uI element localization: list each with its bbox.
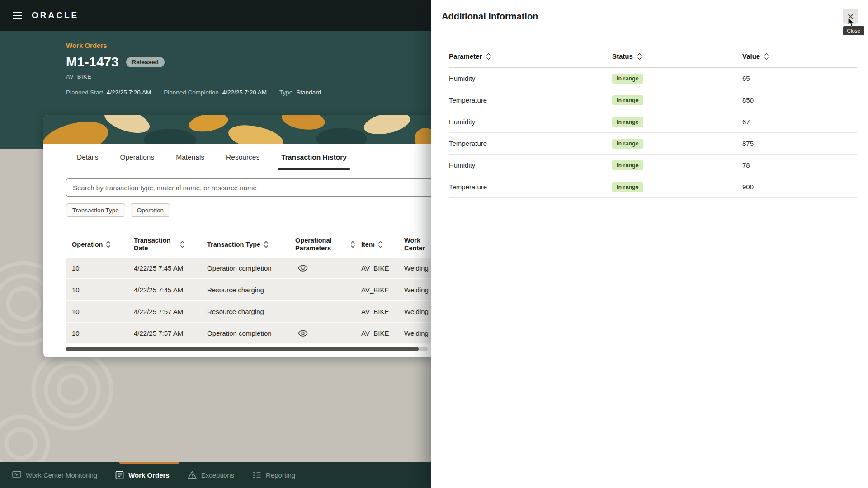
cell-transaction-type: Operation completion [201, 323, 289, 343]
nav-work-center-monitoring[interactable]: Work Center Monitoring [12, 471, 97, 479]
drawer-header: Additional information [431, 0, 868, 33]
type-label: Type [279, 89, 292, 96]
sort-icon[interactable] [180, 240, 185, 249]
cell-operation: 10 [66, 258, 128, 278]
cell-transaction-date: 4/22/25 7:45 AM [128, 279, 201, 300]
view-parameters-button[interactable] [298, 330, 308, 337]
sort-icon[interactable] [637, 52, 642, 61]
in-range-status-badge: In range [612, 139, 643, 149]
in-range-status-badge: In range [612, 95, 643, 105]
nav-reporting[interactable]: Reporting [252, 471, 295, 479]
nav-label: Exceptions [201, 471, 234, 479]
sort-icon[interactable] [350, 240, 355, 249]
sort-icon[interactable] [106, 240, 111, 249]
parameter-row[interactable]: Humidity In range 65 [449, 68, 857, 89]
column-header-item: Item [361, 241, 375, 249]
hamburger-icon [12, 12, 22, 19]
drawer-table-header: Parameter Status Value [449, 45, 857, 68]
cell-operation: 10 [66, 323, 128, 343]
parameter-row[interactable]: Temperature In range 875 [449, 133, 857, 155]
planned-start-value: 4/22/25 7:20 AM [107, 89, 151, 96]
cell-operation: 10 [66, 301, 128, 322]
filter-chip-operation[interactable]: Operation [131, 203, 170, 217]
nav-work-orders[interactable]: Work Orders [115, 471, 170, 479]
cell-parameter: Temperature [449, 140, 612, 147]
type-value: Standard [296, 89, 321, 96]
drawer-title: Additional information [442, 11, 538, 22]
work-orders-icon [115, 471, 124, 479]
page-title: M1-1473 [66, 55, 119, 70]
column-header-parameter: Parameter [449, 52, 482, 60]
column-header-transaction-type: Transaction Type [207, 241, 260, 249]
cell-operation: 10 [66, 279, 128, 300]
cell-transaction-date: 4/22/25 7:45 AM [128, 258, 201, 278]
parameter-row[interactable]: Humidity In range 78 [449, 155, 857, 176]
sort-icon[interactable] [264, 240, 269, 249]
eye-icon [298, 265, 308, 272]
column-header-value: Value [742, 52, 760, 60]
cell-value: 67 [742, 118, 857, 126]
in-range-status-badge: In range [612, 160, 643, 170]
cell-parameter: Temperature [449, 96, 612, 104]
filter-chip-transaction-type[interactable]: Transaction Type [66, 203, 125, 217]
nav-label: Work Orders [128, 471, 170, 479]
tab-materials[interactable]: Materials [175, 144, 205, 170]
cell-transaction-type: Resource charging [201, 279, 289, 300]
parameter-row[interactable]: Humidity In range 67 [449, 111, 857, 133]
close-tooltip: Close [843, 26, 864, 35]
cell-value: 65 [742, 75, 857, 82]
cell-item: AV_BIKE [355, 258, 398, 278]
view-parameters-button[interactable] [298, 265, 308, 272]
cell-transaction-date: 4/22/25 7:57 AM [128, 323, 201, 343]
in-range-status-badge: In range [612, 117, 643, 127]
reporting-icon [252, 471, 261, 479]
active-nav-indicator [119, 462, 179, 464]
tab-resources[interactable]: Resources [225, 144, 260, 170]
planned-completion-label: Planned Completion [164, 89, 219, 96]
cell-parameter: Humidity [449, 75, 612, 82]
sort-icon[interactable] [486, 52, 491, 61]
in-range-status-badge: In range [612, 74, 643, 84]
horizontal-scrollbar[interactable] [66, 347, 428, 351]
sort-icon[interactable] [764, 52, 769, 61]
column-header-operation: Operation [72, 241, 103, 249]
cell-item: AV_BIKE [355, 323, 398, 343]
cell-item: AV_BIKE [355, 301, 398, 322]
cell-value: 875 [742, 140, 857, 147]
monitor-icon [12, 471, 21, 479]
scrollbar-thumb[interactable] [66, 347, 419, 351]
parameter-row[interactable]: Temperature In range 900 [449, 176, 857, 198]
cell-transaction-date: 4/22/25 7:57 AM [128, 301, 201, 322]
cell-parameter: Humidity [449, 161, 612, 169]
cell-value: 900 [742, 183, 857, 191]
nav-exceptions[interactable]: Exceptions [188, 471, 234, 479]
cell-transaction-type: Operation completion [201, 258, 289, 278]
eye-icon [298, 330, 308, 337]
tab-details[interactable]: Details [76, 144, 99, 170]
parameter-row[interactable]: Temperature In range 850 [449, 89, 857, 111]
planned-start-label: Planned Start [66, 89, 103, 96]
cell-item: AV_BIKE [355, 279, 398, 300]
column-header-transaction-date: Transaction Date [134, 237, 177, 252]
column-header-work-center: Work Center [404, 237, 428, 252]
parameters-table: Parameter Status Value Humidity In range… [449, 45, 857, 198]
cell-value: 850 [742, 96, 857, 104]
cell-value: 78 [742, 161, 857, 169]
tab-transaction-history[interactable]: Transaction History [280, 144, 348, 170]
warning-icon [188, 471, 197, 479]
tab-operations[interactable]: Operations [119, 144, 155, 170]
mouse-cursor [848, 17, 855, 27]
column-header-status: Status [612, 52, 633, 60]
additional-information-drawer: Additional information Close Parameter S… [431, 0, 868, 488]
app-root: ORACLE Work Orders M1-1473 Released AV_B… [0, 0, 868, 488]
nav-label: Reporting [266, 471, 295, 479]
released-status-badge: Released [126, 57, 165, 67]
sort-icon[interactable] [378, 240, 383, 249]
oracle-logo: ORACLE [32, 10, 79, 20]
cell-parameter: Temperature [449, 183, 612, 191]
column-header-operational-parameters: Operational Parameters [295, 237, 347, 252]
cell-parameter: Humidity [449, 118, 612, 126]
in-range-status-badge: In range [612, 182, 643, 192]
menu-button[interactable] [9, 7, 25, 23]
cell-transaction-type: Resource charging [201, 301, 289, 322]
